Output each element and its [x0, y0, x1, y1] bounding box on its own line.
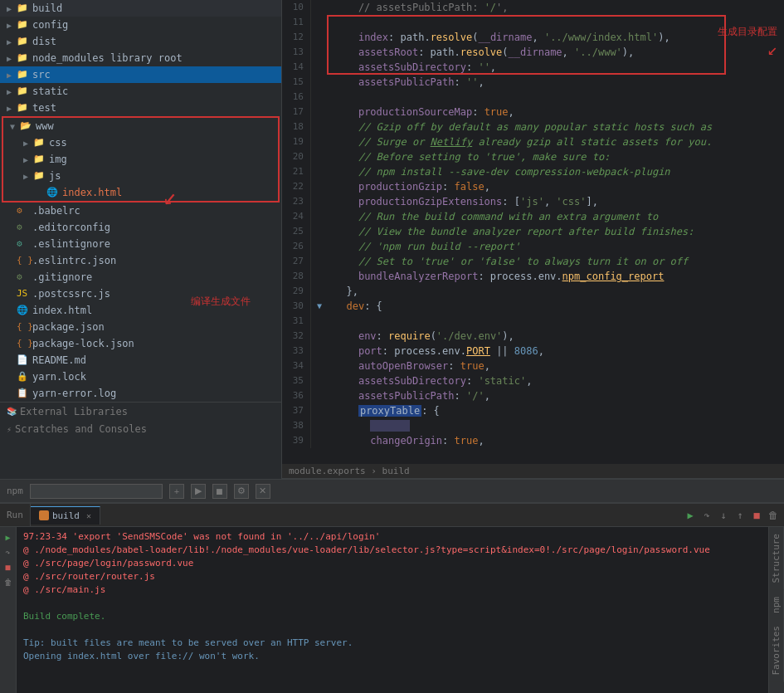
tree-item-css[interactable]: ▶ 📁 css [3, 134, 278, 151]
tree-item-package-lock[interactable]: { } package-lock.json [0, 335, 281, 352]
term-line-1: 97:23-34 'export 'SendSMSCode' was not f… [23, 530, 762, 544]
npm-close-btn[interactable]: ✕ [256, 484, 270, 499]
run-play-btn[interactable]: ▶ [683, 508, 698, 523]
run-trash-btn[interactable]: 🗑 [766, 508, 781, 523]
folder-icon-static: 📁 [17, 85, 30, 97]
run-step-out-btn[interactable]: ↑ [733, 508, 747, 523]
folder-icon-test: 📁 [17, 102, 30, 114]
folder-icon-build: 📁 [17, 2, 30, 14]
left-run-stop-icon[interactable]: ■ [2, 560, 15, 573]
folder-arrow-config: ▶ [7, 21, 17, 30]
run-step-over-btn[interactable]: ↷ [699, 508, 714, 523]
term-line-4: @ ./src/router/router.js [23, 570, 762, 583]
line-num-21: 21 [282, 164, 311, 179]
build-tab[interactable]: build ✕ [31, 506, 100, 525]
folder-arrow-js: ▶ [23, 172, 33, 181]
file-icon-eslintignore: ⚙ [17, 238, 30, 250]
code-line-20: 20 // Before setting to 'true', make sur… [282, 149, 784, 164]
tree-item-img[interactable]: ▶ 📁 img [3, 151, 278, 168]
run-step-in-btn[interactable]: ↓ [716, 508, 731, 523]
file-icon-package-json: { } [17, 321, 30, 333]
tree-label-gitignore: .gitignore [32, 271, 92, 283]
favorites-label[interactable]: Favorites [769, 619, 784, 682]
npm-add-btn[interactable]: + [169, 484, 184, 499]
code-line-18: 18 // Gzip off by default as many popula… [282, 120, 784, 134]
line-code-18: // Gzip off by default as many popular s… [328, 120, 784, 134]
tree-item-yarn-lock[interactable]: 🔒 yarn.lock [0, 368, 281, 385]
editor-content[interactable]: 10 // assetsPublicPath: '/', 11 12 [282, 0, 784, 464]
external-libraries[interactable]: 📚 External Libraries [0, 402, 281, 420]
tree-item-package-json[interactable]: { } package.json [0, 319, 281, 335]
term-line-10: Opening index.html over file:// won't wo… [23, 650, 762, 663]
file-icon-yarn-error: 📋 [17, 388, 30, 399]
tree-label-readme: README.md [32, 354, 86, 366]
tree-label-css: css [49, 137, 67, 149]
tree-item-gitignore[interactable]: ⚙ .gitignore [0, 269, 281, 285]
tree-item-postcss[interactable]: JS .postcssrc.js [0, 285, 281, 302]
tree-item-root-index[interactable]: 🌐 index.html [0, 302, 281, 319]
tree-item-config[interactable]: ▶ 📁 config [0, 17, 281, 33]
npm-settings-btn[interactable]: ⚙ [234, 484, 249, 499]
line-code-38 [328, 418, 784, 433]
external-lib-icon: 📚 [7, 407, 17, 416]
scratches-label: Scratches and Consoles [15, 423, 147, 435]
tree-item-src[interactable]: ▶ 📁 src [0, 66, 281, 83]
file-icon-postcss: JS [17, 288, 30, 300]
line-num-32: 32 [282, 329, 311, 344]
tree-item-www-index-html[interactable]: 🌐 index.html [3, 184, 278, 201]
tree-item-readme[interactable]: 📄 README.md [0, 352, 281, 368]
code-line-12: 12 index: path.resolve(__dirname, '../ww… [282, 30, 784, 45]
folder-arrow-img: ▶ [23, 155, 33, 164]
left-run-step-icon[interactable]: ↷ [2, 545, 15, 559]
scratches-consoles[interactable]: ⚡ Scratches and Consoles [0, 420, 281, 438]
code-line-26: 26 // 'npm run build --report' [282, 239, 784, 254]
line-code-36: assetsPublicPath: '/', [328, 388, 784, 403]
tree-item-editorconfig[interactable]: ⚙ .editorconfig [0, 219, 281, 236]
structure-label[interactable]: Structure [769, 527, 784, 590]
code-line-29: 29 }, [282, 284, 784, 299]
code-line-11: 11 [282, 15, 784, 30]
run-stop-btn[interactable]: ■ [749, 508, 764, 523]
left-run-trash-icon[interactable]: 🗑 [2, 575, 15, 588]
tree-item-yarn-error[interactable]: 📋 yarn-error.log [0, 385, 281, 402]
tree-item-static[interactable]: ▶ 📁 static [0, 83, 281, 100]
line-num-16: 16 [282, 90, 311, 105]
line-num-27: 27 [282, 254, 311, 269]
code-line-31: 31 [282, 314, 784, 329]
scratches-icon: ⚡ [7, 425, 12, 434]
line-code-28: bundleAnalyzerReport: process.env.npm_co… [328, 269, 784, 284]
tree-item-build[interactable]: ▶ 📁 build [0, 0, 281, 17]
npm-stop-btn[interactable]: ⏹ [212, 484, 227, 499]
tree-label-postcss: .postcssrc.js [32, 288, 110, 300]
line-code-30: dev: { [328, 299, 784, 314]
line-code-34: autoOpenBrowser: true, [328, 359, 784, 373]
tree-item-eslintignore[interactable]: ⚙ .eslintignore [0, 236, 281, 252]
tree-item-test[interactable]: ▶ 📁 test [0, 100, 281, 116]
build-tab-close[interactable]: ✕ [86, 511, 91, 520]
tree-item-babelrc[interactable]: ⚙ .babelrc [0, 203, 281, 219]
tree-item-www[interactable]: ▼ 📂 www [3, 118, 278, 134]
tree-item-node-modules[interactable]: ▶ 📁 node_modules library root [0, 50, 281, 66]
line-num-18: 18 [282, 120, 311, 134]
code-editor: 10 // assetsPublicPath: '/', 11 12 [282, 0, 784, 479]
tree-item-dist[interactable]: ▶ 📁 dist [0, 33, 281, 50]
code-line-10: 10 // assetsPublicPath: '/', [282, 0, 784, 15]
npm-input[interactable] [30, 484, 163, 499]
npm-vertical-label[interactable]: npm [769, 590, 784, 620]
line-num-38: 38 [282, 418, 311, 433]
folder-icon-img: 📁 [33, 154, 46, 165]
folder-arrow-css: ▶ [23, 139, 33, 148]
folder-icon-node-modules: 📁 [17, 52, 30, 64]
folder-icon-css: 📁 [33, 137, 46, 149]
tree-label-package-lock: package-lock.json [32, 338, 134, 349]
tree-item-eslintrc[interactable]: { } .eslintrc.json [0, 252, 281, 269]
npm-run-btn[interactable]: ▶ [191, 484, 206, 499]
line-code-22: productionGzip: false, [328, 179, 784, 194]
line-num-39: 39 [282, 433, 311, 448]
tree-item-js[interactable]: ▶ 📁 js [3, 168, 278, 184]
bottom-tabs-bar: Run build ✕ ▶ ↷ ↓ ↑ ■ 🗑 [0, 504, 784, 527]
left-run-play-icon[interactable]: ▶ [2, 530, 15, 544]
file-icon-eslintrc: { } [17, 255, 30, 266]
right-panel-labels: Structure npm Favorites [768, 527, 784, 693]
tree-label-test: test [32, 102, 56, 114]
